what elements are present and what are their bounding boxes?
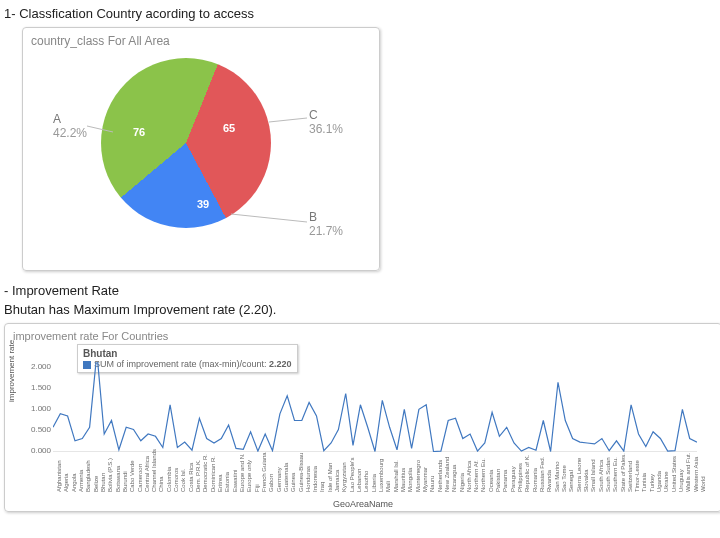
x-tick: Fiji — [254, 484, 260, 492]
x-tick: Wallis and Fut. — [685, 453, 691, 492]
line-y-axis: 0.000 0.500 1.000 1.500 2.000 — [27, 362, 51, 452]
x-tick: Lesotho — [363, 471, 369, 492]
x-tick: Isle of Man — [327, 463, 333, 492]
x-tick: Mauritius — [400, 468, 406, 492]
x-tick: Central Africa — [144, 456, 150, 492]
x-tick: Rwanda — [546, 470, 552, 492]
x-tick: Europe and N. — [239, 453, 245, 492]
x-tick: Burundi — [122, 471, 128, 492]
x-tick: Channel Islands — [151, 449, 157, 492]
pie-chart — [101, 58, 271, 228]
x-tick: Iraq — [319, 482, 325, 492]
x-tick: Kyrgyzstan — [341, 462, 347, 492]
x-tick: Southern Eu. — [612, 457, 618, 492]
line-y-axis-label: improvement rate — [7, 340, 16, 402]
section-heading-improvement: - Improvement Rate — [4, 283, 716, 298]
y-tick: 1.000 — [27, 404, 51, 413]
x-tick: Colombia — [166, 467, 172, 492]
x-tick: Philippines — [517, 463, 523, 492]
x-tick: Cabo Verde — [129, 460, 135, 492]
pie-slice-value-A: 76 — [133, 126, 145, 138]
svg-line-1 — [269, 118, 307, 122]
x-tick: South Africa — [598, 460, 604, 492]
x-tick: Cameroon — [137, 464, 143, 492]
x-tick: Senegal — [568, 470, 574, 492]
x-tick: Guinea — [290, 473, 296, 492]
x-tick: Jamaica — [334, 470, 340, 492]
x-tick: Northern Eu. — [480, 458, 486, 492]
x-tick: World — [700, 476, 706, 492]
x-tick: Bangladesh — [85, 460, 91, 492]
line-chart-card: improvement rate For Countries Bhutan SU… — [4, 323, 720, 512]
x-tick: Turkey — [649, 474, 655, 492]
x-tick: Marshall Isl. — [393, 460, 399, 492]
x-tick: Western Asia — [693, 457, 699, 492]
x-tick: North Africa — [466, 461, 472, 492]
x-tick: Paraguay — [510, 466, 516, 492]
x-tick: Tunisia — [641, 473, 647, 492]
x-tick: Belize — [93, 476, 99, 492]
x-tick: Estonia — [224, 472, 230, 492]
x-tick: Slovakia — [583, 469, 589, 492]
x-tick: Europe only — [246, 460, 252, 492]
x-tick: Algeria — [63, 473, 69, 492]
x-tick: United States — [671, 456, 677, 492]
x-tick: South Sudan — [605, 457, 611, 492]
x-tick: Germany — [276, 467, 282, 492]
x-tick: Northern Af. — [473, 460, 479, 492]
x-tick: Guinea-Bissau — [298, 453, 304, 492]
x-tick: New Zealand — [444, 457, 450, 492]
y-tick: 0.500 — [27, 425, 51, 434]
pie-outer-label-B: B 21.7% — [309, 210, 343, 239]
x-tick: Liberia — [371, 474, 377, 492]
x-tick: Nicaragua — [451, 465, 457, 492]
x-tick: Uganda — [656, 471, 662, 492]
section-heading-classification: 1- Classfication Country acording to acc… — [4, 6, 716, 21]
x-tick: Pakistan — [495, 469, 501, 492]
x-tick: Lebanon — [356, 469, 362, 492]
x-tick: Myanmar — [422, 467, 428, 492]
line-chart-svg — [53, 362, 697, 452]
pie-outer-label-C: C 36.1% — [309, 108, 343, 137]
x-tick: Afghanistan — [56, 460, 62, 492]
x-tick: Republic of K. — [524, 455, 530, 492]
x-tick: Honduras — [305, 466, 311, 492]
x-tick: Armenia — [78, 470, 84, 492]
x-tick: French Guiana — [261, 452, 267, 492]
x-tick: Sierra Leone — [576, 458, 582, 492]
pie-slice-value-B: 39 — [197, 198, 209, 210]
x-tick: Ukraine — [663, 471, 669, 492]
x-tick: Comoros — [173, 468, 179, 492]
pie-chart-area: 76 65 39 A 42.2% C 36.1% B 21.7% — [31, 52, 371, 240]
x-tick: Luxembourg — [378, 459, 384, 492]
x-tick: Dem. P.R.K. — [195, 459, 201, 492]
x-tick: Panama — [502, 470, 508, 492]
x-tick: Cook Isl. — [180, 469, 186, 492]
tooltip-country: Bhutan — [83, 348, 292, 359]
x-tick: Eritrea — [217, 474, 223, 492]
x-tick: China — [158, 476, 164, 492]
x-tick: Democratic R. — [202, 454, 208, 492]
x-tick: Indonesia — [312, 466, 318, 492]
y-tick: 0.000 — [27, 446, 51, 455]
line-chart-title: improvement rate For Countries — [13, 330, 713, 342]
x-tick: Small Island — [590, 459, 596, 492]
x-tick: Eswatini — [232, 470, 238, 492]
y-tick: 2.000 — [27, 362, 51, 371]
pie-chart-title: country_class For All Area — [31, 34, 371, 48]
x-tick: Romania — [532, 468, 538, 492]
x-tick: Angola — [71, 473, 77, 492]
line-x-ticks: AfghanistanAlgeriaAngolaArmeniaBanglades… — [53, 452, 715, 492]
x-tick: Uruguay — [678, 469, 684, 492]
pie-outer-label-A: A 42.2% — [53, 112, 87, 141]
pie-slice-value-C: 65 — [223, 122, 235, 134]
pie-chart-card: country_class For All Area 76 65 39 A 42… — [22, 27, 380, 271]
x-tick: Dominican R. — [210, 456, 216, 492]
x-tick: Sao Tome — [561, 465, 567, 492]
x-tick: Guatemala — [283, 463, 289, 492]
x-tick: Nauru — [429, 476, 435, 492]
x-tick: Gabon — [268, 474, 274, 492]
x-tick: Costa Rica — [188, 463, 194, 492]
x-tick: Nigeria — [459, 473, 465, 492]
x-tick: State of Pales. — [620, 453, 626, 492]
